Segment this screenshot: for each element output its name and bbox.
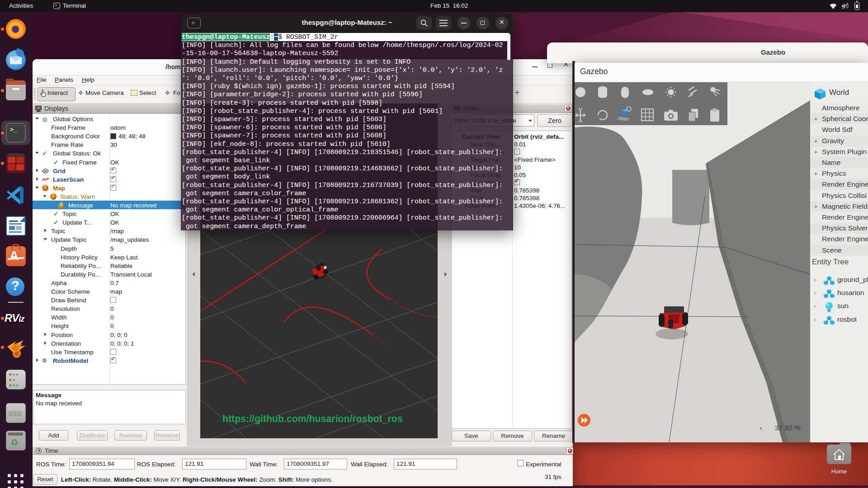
svg-text:‹: ‹ (760, 424, 762, 432)
svg-text:https://github.com/husarion/ro: https://github.com/husarion/rosbot_ros (222, 413, 403, 424)
svg-text:37.92 %: 37.92 % (775, 424, 801, 432)
